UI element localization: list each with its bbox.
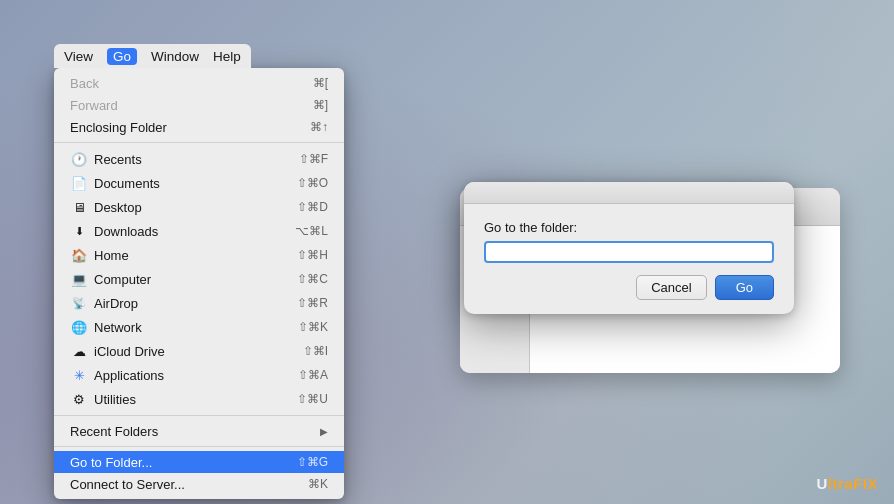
- menu-item-home[interactable]: 🏠 Home ⇧⌘H: [54, 243, 344, 267]
- goto-folder-dialog: Go to the folder: Cancel Go: [464, 182, 794, 314]
- menu-item-utilities[interactable]: ⚙ Utilities ⇧⌘U: [54, 387, 344, 411]
- menu-item-back[interactable]: Back ⌘[: [54, 72, 344, 94]
- menu-help[interactable]: Help: [213, 49, 241, 64]
- finder-menubar: View Go Window Help: [54, 44, 251, 68]
- recents-icon: 🕐: [70, 150, 88, 168]
- network-icon: 🌐: [70, 318, 88, 336]
- menu-item-recent-folders[interactable]: Recent Folders ▶: [54, 420, 344, 442]
- desktop-icon: 🖥: [70, 198, 88, 216]
- separator-3: [54, 446, 344, 447]
- menu-item-go-to-folder[interactable]: Go to Folder... ⇧⌘G: [54, 451, 344, 473]
- go-menu-dropdown: Back ⌘[ Forward ⌘] Enclosing Folder ⌘↑ 🕐…: [54, 68, 344, 499]
- goto-folder-input[interactable]: [484, 241, 774, 263]
- downloads-icon: ⬇: [70, 222, 88, 240]
- cancel-button[interactable]: Cancel: [636, 275, 706, 300]
- utilities-icon: ⚙: [70, 390, 88, 408]
- separator-1: [54, 142, 344, 143]
- dialog-label: Go to the folder:: [484, 220, 774, 235]
- watermark: UltraFIX: [816, 475, 878, 492]
- dialog-header: [464, 182, 794, 204]
- menu-item-icloud-drive[interactable]: ☁ iCloud Drive ⇧⌘I: [54, 339, 344, 363]
- menu-item-documents[interactable]: 📄 Documents ⇧⌘O: [54, 171, 344, 195]
- menu-item-recents[interactable]: 🕐 Recents ⇧⌘F: [54, 147, 344, 171]
- computer-icon: 💻: [70, 270, 88, 288]
- menu-item-enclosing-folder[interactable]: Enclosing Folder ⌘↑: [54, 116, 344, 138]
- menu-item-connect-to-server[interactable]: Connect to Server... ⌘K: [54, 473, 344, 495]
- documents-icon: 📄: [70, 174, 88, 192]
- menu-item-network[interactable]: 🌐 Network ⇧⌘K: [54, 315, 344, 339]
- menu-item-airdrop[interactable]: 📡 AirDrop ⇧⌘R: [54, 291, 344, 315]
- go-button[interactable]: Go: [715, 275, 774, 300]
- separator-2: [54, 415, 344, 416]
- watermark-prefix: U: [816, 475, 827, 492]
- menu-window[interactable]: Window: [151, 49, 199, 64]
- menu-item-desktop[interactable]: 🖥 Desktop ⇧⌘D: [54, 195, 344, 219]
- applications-icon: ✳: [70, 366, 88, 384]
- menu-item-forward[interactable]: Forward ⌘]: [54, 94, 344, 116]
- dialog-body: Go to the folder: Cancel Go: [464, 204, 794, 314]
- icloud-icon: ☁: [70, 342, 88, 360]
- menu-item-applications[interactable]: ✳ Applications ⇧⌘A: [54, 363, 344, 387]
- menu-view[interactable]: View: [64, 49, 93, 64]
- menu-item-computer[interactable]: 💻 Computer ⇧⌘C: [54, 267, 344, 291]
- watermark-highlight: ltraFIX: [828, 475, 878, 492]
- dialog-buttons: Cancel Go: [484, 275, 774, 300]
- menu-go[interactable]: Go: [107, 48, 137, 65]
- menu-item-downloads[interactable]: ⬇ Downloads ⌥⌘L: [54, 219, 344, 243]
- airdrop-icon: 📡: [70, 294, 88, 312]
- home-icon: 🏠: [70, 246, 88, 264]
